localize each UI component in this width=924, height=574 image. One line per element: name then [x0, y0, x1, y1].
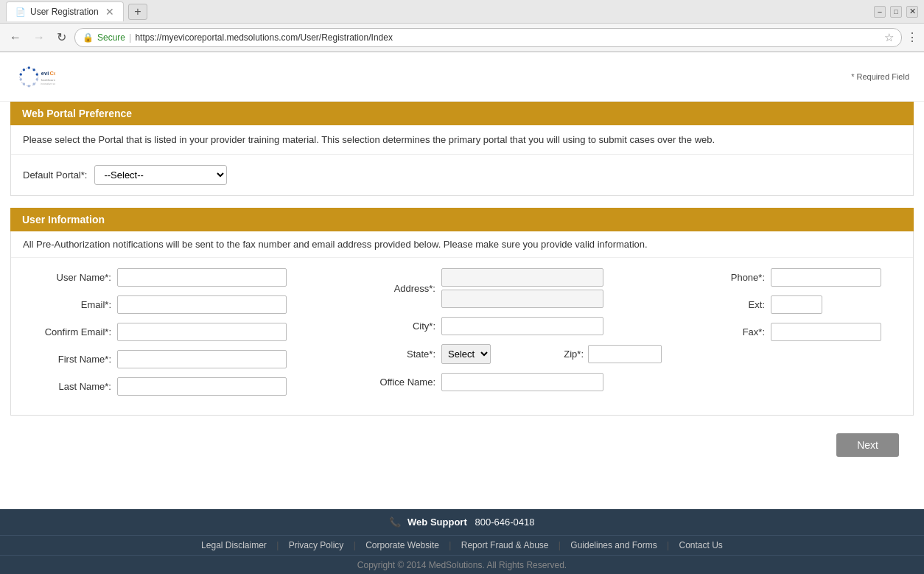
- state-select[interactable]: Select ALAKAZAR CACOCTDE FLGAHIID ILINIA…: [441, 344, 491, 364]
- office-name-label: Office Name:: [347, 377, 435, 388]
- browser-navbar: ← → ↻ 🔒 Secure | https://myevicoreportal…: [0, 24, 924, 52]
- portal-section-body: Please select the Portal that is listed …: [10, 125, 914, 196]
- svg-point-1: [28, 66, 30, 69]
- ext-label: Ext:: [676, 299, 765, 310]
- svg-point-2: [32, 69, 35, 71]
- fax-input[interactable]: [771, 323, 881, 341]
- forward-button[interactable]: →: [29, 29, 49, 46]
- footer-link-guidelines[interactable]: Guidelines and Forms: [570, 540, 657, 550]
- ext-input[interactable]: [771, 295, 822, 314]
- svg-text:innovative solutions: innovative solutions: [41, 83, 55, 85]
- footer-link-legal[interactable]: Legal Disclaimer: [201, 540, 267, 550]
- svg-point-4: [36, 78, 38, 80]
- address-line2-input[interactable]: [441, 290, 603, 308]
- footer-top: 📞 Web Support 800-646-0418: [0, 509, 924, 535]
- footer-phone: 800-646-0418: [475, 517, 535, 528]
- phone-icon: 📞: [389, 517, 401, 528]
- footer-link-corporate[interactable]: Corporate Website: [365, 540, 439, 550]
- email-input[interactable]: [117, 295, 287, 314]
- back-button[interactable]: ←: [6, 29, 25, 46]
- footer-link-contact[interactable]: Contact Us: [679, 540, 723, 550]
- user-form-grid: User Name*: Email*: Confirm Email*:: [11, 258, 913, 415]
- logo-svg: evi Core healthcare innovative solutions: [15, 61, 55, 92]
- portal-instruction: Please select the Portal that is listed …: [11, 125, 913, 155]
- footer-sep-5: |: [667, 540, 669, 550]
- svg-point-7: [23, 83, 25, 85]
- address-line1-input[interactable]: [441, 268, 603, 287]
- first-name-row: First Name*:: [23, 350, 332, 368]
- browser-titlebar: 📄 User Registration ✕ + − □ ✕: [0, 0, 924, 24]
- footer-copyright: Copyright © 2014 MedSolutions. All Right…: [0, 555, 924, 574]
- secure-label: Secure: [97, 32, 125, 43]
- footer-sep-2: |: [354, 540, 356, 550]
- footer-link-fraud[interactable]: Report Fraud & Abuse: [461, 540, 549, 550]
- last-name-row: Last Name*:: [23, 377, 332, 396]
- address-row: Address*:: [347, 268, 662, 308]
- username-input[interactable]: [117, 268, 287, 287]
- confirm-email-row: Confirm Email*:: [23, 323, 332, 341]
- logo-header: evi Core healthcare innovative solutions…: [0, 52, 924, 102]
- refresh-button[interactable]: ↻: [53, 29, 70, 46]
- lock-icon: 🔒: [83, 32, 94, 43]
- city-input[interactable]: [441, 317, 603, 335]
- email-label: Email*:: [23, 299, 111, 310]
- browser-tab[interactable]: 📄 User Registration ✕: [6, 1, 124, 21]
- svg-text:Core: Core: [49, 70, 55, 77]
- confirm-email-input[interactable]: [117, 323, 287, 341]
- user-section-header: User Information: [10, 208, 914, 231]
- address-label: Address*:: [347, 283, 435, 294]
- user-information-section: User Information All Pre-Authorization n…: [10, 208, 914, 416]
- office-name-row: Office Name:: [347, 373, 662, 391]
- browser-menu-icon[interactable]: ⋮: [906, 30, 918, 44]
- minimize-button[interactable]: −: [874, 6, 886, 18]
- tab-close-button[interactable]: ✕: [105, 6, 114, 18]
- footer-sep-1: |: [276, 540, 279, 550]
- address-inputs: [441, 268, 603, 308]
- state-zip-inputs: Select ALAKAZAR CACOCTDE FLGAHIID ILINIA…: [441, 344, 662, 364]
- email-row: Email*:: [23, 295, 332, 314]
- phone-input[interactable]: [771, 268, 881, 287]
- username-row: User Name*:: [23, 268, 332, 287]
- phone-label: Phone*:: [676, 272, 765, 283]
- portal-section-header: Web Portal Preference: [10, 102, 914, 125]
- address-bar[interactable]: 🔒 Secure | https://myevicoreportal.medso…: [74, 28, 902, 47]
- default-portal-select[interactable]: --Select--: [94, 165, 227, 185]
- fax-row: Fax*:: [676, 323, 901, 341]
- portal-select-row: Default Portal*: --Select--: [11, 155, 913, 195]
- fax-label: Fax*:: [676, 326, 765, 337]
- logo-area: evi Core healthcare innovative solutions: [15, 61, 55, 92]
- next-button-row: Next: [10, 427, 914, 466]
- footer-link-privacy[interactable]: Privacy Policy: [289, 540, 344, 550]
- bookmark-icon[interactable]: ☆: [884, 31, 894, 44]
- new-tab-button[interactable]: +: [128, 4, 147, 20]
- maximize-button[interactable]: □: [890, 6, 902, 18]
- first-name-label: First Name*:: [23, 354, 111, 365]
- page-content: evi Core healthcare innovative solutions…: [0, 52, 924, 509]
- zip-input[interactable]: [588, 345, 662, 363]
- city-label: City*:: [347, 321, 435, 332]
- next-button[interactable]: Next: [836, 433, 899, 457]
- url-text: https://myevicoreportal.medsolutions.com…: [135, 32, 881, 43]
- footer-links: Legal Disclaimer | Privacy Policy | Corp…: [0, 535, 924, 555]
- required-field-note: * Required Field: [851, 72, 909, 81]
- svg-point-5: [32, 83, 35, 85]
- close-window-button[interactable]: ✕: [906, 6, 918, 18]
- confirm-email-label: Confirm Email*:: [23, 326, 111, 337]
- city-row: City*:: [347, 317, 662, 335]
- svg-point-10: [23, 69, 25, 71]
- office-name-input[interactable]: [441, 373, 603, 391]
- ext-row: Ext:: [676, 295, 901, 314]
- first-name-input[interactable]: [117, 350, 287, 368]
- browser-chrome: 📄 User Registration ✕ + − □ ✕ ← → ↻ 🔒 Se…: [0, 0, 924, 52]
- last-name-input[interactable]: [117, 377, 287, 396]
- svg-point-8: [20, 78, 22, 80]
- default-portal-label: Default Portal*:: [23, 169, 87, 181]
- web-support-label: Web Support: [407, 517, 467, 528]
- svg-point-3: [36, 73, 38, 75]
- zip-label: Zip*:: [495, 349, 584, 360]
- phone-row: Phone*:: [676, 268, 901, 287]
- footer-sep-3: |: [449, 540, 451, 550]
- page-icon: 📄: [15, 7, 26, 17]
- footer-sep-4: |: [559, 540, 561, 550]
- svg-point-6: [28, 85, 30, 87]
